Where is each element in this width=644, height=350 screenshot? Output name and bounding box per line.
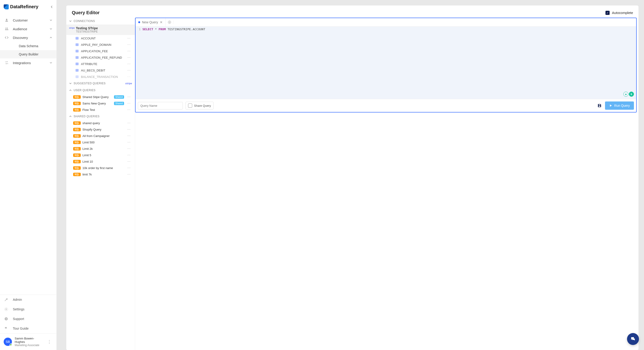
sql-badge: SQL (73, 95, 81, 99)
code-icon (4, 35, 9, 40)
sql-editor[interactable]: 1 SELECT * FROM TESTINGSTRIPE.ACCOUNT ◆ … (136, 26, 636, 99)
table-row[interactable]: ATTRIBUTE⋯ (66, 61, 135, 67)
table-more-button[interactable]: ⋯ (126, 56, 132, 59)
close-tab-button[interactable]: ✕ (160, 20, 162, 24)
connections-header[interactable]: CONNECTIONS (66, 18, 135, 24)
table-name: APPLE_PAY_DOMAIN (81, 43, 124, 46)
query-row[interactable]: SQL10k order by first name⋯ (66, 165, 135, 171)
table-icon (76, 75, 79, 78)
query-row[interactable]: SQLLimit 500⋯ (66, 139, 135, 146)
query-more-button[interactable]: ⋯ (126, 121, 132, 125)
run-label: Run Query (614, 104, 630, 107)
chevron-down-icon (69, 20, 72, 22)
query-more-button[interactable]: ⋯ (126, 147, 132, 151)
nav-settings[interactable]: Settings (0, 304, 56, 314)
sidebar-collapse-button[interactable] (49, 4, 54, 10)
query-row[interactable]: SQLLimit 5⋯ (66, 152, 135, 158)
query-more-button[interactable]: ⋯ (126, 160, 132, 163)
query-row[interactable]: SQLAll from Campaigner⋯ (66, 133, 135, 139)
table-row[interactable]: APPLICATION_FEE⋯ (66, 48, 135, 54)
query-name: limit 7k (82, 173, 124, 176)
connection-schema: TESTINGSTRIPE (76, 30, 98, 33)
query-more-button[interactable]: ⋯ (126, 95, 132, 99)
add-tab-button[interactable] (166, 20, 174, 24)
table-row[interactable]: APPLE_PAY_DOMAIN⋯ (66, 41, 135, 48)
nav-customer[interactable]: Customer (0, 16, 56, 24)
table-more-button[interactable]: ⋯ (126, 62, 132, 66)
query-more-button[interactable]: ⋯ (126, 134, 132, 138)
table-name: ATTRIBUTE (81, 62, 124, 66)
run-query-button[interactable]: Run Query (605, 101, 634, 110)
sql-badge: SQL (73, 154, 81, 157)
user-row: SB Samm Bowen-Hughes Marketing Associate… (0, 333, 56, 350)
query-row[interactable]: SQLShopify Query⋯ (66, 126, 135, 133)
query-row[interactable]: SQLlimit 7k⋯ (66, 171, 135, 177)
table-row[interactable]: AU_BECS_DEBIT⋯ (66, 67, 135, 74)
panel-header: Query Editor Autocomplete (66, 5, 638, 18)
sql-badge: SQL (73, 134, 81, 138)
query-more-button[interactable]: ⋯ (126, 166, 132, 170)
query-more-button[interactable]: ⋯ (126, 128, 132, 131)
sql-badge: SQL (73, 102, 81, 105)
query-more-button[interactable]: ⋯ (126, 173, 132, 176)
query-more-button[interactable]: ⋯ (126, 108, 132, 112)
section-label: SHARED QUERIES (74, 115, 100, 118)
query-row[interactable]: SQLshared query⋯ (66, 120, 135, 126)
query-name: Limit 2k (82, 147, 124, 151)
user-menu-button[interactable]: ⋮ (46, 339, 53, 344)
plus-circle-icon (168, 20, 171, 24)
shared-queries-header[interactable]: SHARED QUERIES (66, 113, 135, 120)
active-connection[interactable]: stripe Testing STripe TESTINGSTRIPE (66, 24, 135, 35)
avatar[interactable]: SB (4, 338, 12, 346)
nav-admin[interactable]: Admin (0, 295, 56, 304)
autocomplete-toggle[interactable]: Autocomplete (606, 11, 633, 15)
table-icon (76, 56, 79, 59)
save-button[interactable] (597, 103, 602, 108)
suggested-queries-header[interactable]: SUGGESTED QUERIES stripe (66, 80, 135, 87)
query-row[interactable]: SQLLimit 2k⋯ (66, 146, 135, 152)
share-query-toggle[interactable]: Share Query (186, 102, 214, 110)
subnav-data-schema[interactable]: Data Schema (0, 42, 56, 50)
table-more-button[interactable]: ⋯ (126, 75, 132, 79)
user-queries-header[interactable]: USER QUERIES (66, 87, 135, 94)
nav-discovery[interactable]: Discovery (0, 33, 56, 42)
table-name: APPLICATION_FEE (81, 49, 124, 53)
chat-fab[interactable] (627, 333, 639, 345)
table-more-button[interactable]: ⋯ (126, 36, 132, 40)
query-row[interactable]: SQLShared Stipe QueryShared⋯ (66, 94, 135, 100)
table-icon (76, 49, 79, 53)
subnav-query-builder[interactable]: Query Builder (0, 50, 56, 58)
query-more-button[interactable]: ⋯ (126, 101, 132, 105)
sync-icon (4, 61, 9, 65)
tables-list[interactable]: ACCOUNT⋯APPLE_PAY_DOMAIN⋯APPLICATION_FEE… (66, 35, 135, 80)
query-more-button[interactable]: ⋯ (126, 140, 132, 144)
sql-badge: SQL (73, 160, 81, 163)
svg-point-0 (6, 19, 7, 20)
query-more-button[interactable]: ⋯ (126, 153, 132, 157)
table-more-button[interactable]: ⋯ (126, 68, 132, 72)
query-name-input[interactable] (138, 102, 183, 110)
wrench-icon (4, 298, 9, 302)
page-title: Query Editor (72, 10, 100, 15)
editor-tab[interactable]: New Query ✕ (136, 18, 166, 26)
table-icon (76, 43, 79, 46)
nav-tour-guide[interactable]: Tour Guide (0, 324, 56, 333)
table-icon (76, 62, 79, 65)
shared-queries-list[interactable]: SQLshared query⋯SQLShopify Query⋯SQLAll … (66, 120, 135, 350)
table-row[interactable]: ACCOUNT⋯ (66, 35, 135, 41)
query-row[interactable]: SQLFlow Test⋯ (66, 107, 135, 113)
query-row[interactable]: SQLLimit 10⋯ (66, 158, 135, 165)
sql-badge: SQL (73, 166, 81, 170)
query-editor-panel: Query Editor Autocomplete CONNECTIONS st… (66, 5, 638, 350)
grammarly-widget[interactable]: ◆ G (623, 92, 634, 97)
table-row[interactable]: APPLICATION_FEE_REFUND⋯ (66, 54, 135, 61)
nav-audience[interactable]: Audience (0, 24, 56, 33)
table-more-button[interactable]: ⋯ (126, 49, 132, 53)
table-more-button[interactable]: ⋯ (126, 43, 132, 46)
table-name: APPLICATION_FEE_REFUND (81, 56, 124, 59)
nav-integrations[interactable]: Integrations (0, 58, 56, 67)
query-row[interactable]: SQLSams New QueryShared⋯ (66, 100, 135, 107)
table-row[interactable]: BALANCE_TRANSACTION⋯ (66, 74, 135, 80)
chevron-down-icon (50, 27, 52, 30)
nav-support[interactable]: ? Support (0, 314, 56, 324)
